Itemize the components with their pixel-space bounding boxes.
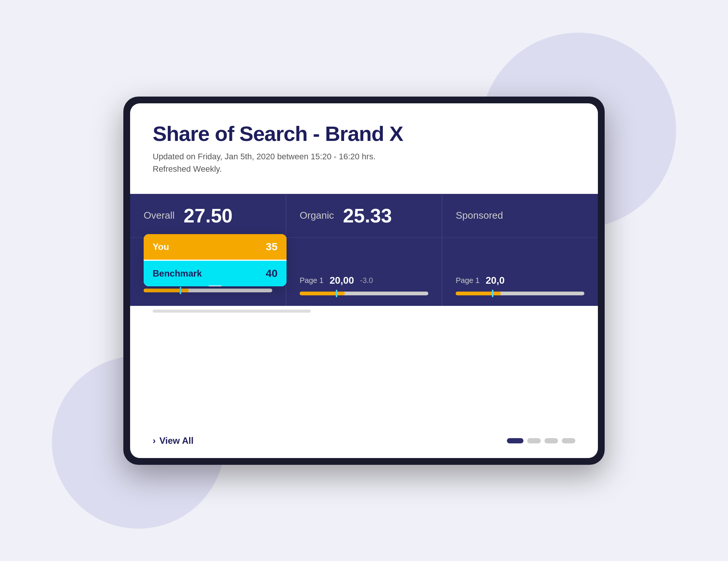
tooltip-benchmark-row: Benchmark 40	[144, 261, 287, 286]
progress-fill-organic	[300, 292, 345, 295]
progress-marker-organic	[336, 290, 337, 297]
background-scene: Share of Search - Brand X Updated on Fri…	[82, 55, 646, 506]
detail-sponsored-row: Page 1 20,0	[456, 275, 584, 286]
detail-overall: You 35 Benchmark 40 Page 1	[130, 238, 286, 306]
scrollbar-area	[130, 310, 598, 313]
page-subtitle: Updated on Friday, Jan 5th, 2020 between…	[153, 150, 575, 175]
page-title: Share of Search - Brand X	[153, 121, 575, 146]
pagination-dot-1[interactable]	[507, 438, 523, 443]
detail-sponsored-page-value: 20,0	[485, 275, 505, 286]
metrics-bar: Overall 27.50 Organic 25.33 Sponsored	[130, 194, 598, 237]
scrollbar-track[interactable]	[153, 310, 311, 313]
device-frame: Share of Search - Brand X Updated on Fri…	[123, 97, 605, 465]
metric-organic: Organic 25.33	[286, 194, 442, 237]
device-screen: Share of Search - Brand X Updated on Fri…	[130, 103, 598, 458]
tooltip-benchmark-label: Benchmark	[153, 268, 202, 279]
screen-footer: › View All	[130, 423, 598, 458]
detail-organic-page-value: 20,00	[329, 275, 354, 286]
progress-bar-sponsored	[456, 292, 584, 295]
tooltip-benchmark-value: 40	[266, 268, 278, 280]
spacer	[130, 313, 598, 423]
screen-header: Share of Search - Brand X Updated on Fri…	[130, 103, 598, 186]
metric-organic-value: 25.33	[343, 204, 392, 227]
progress-fill-overall	[144, 289, 189, 292]
tooltip-you-label: You	[153, 242, 169, 252]
metric-overall-label: Overall	[144, 210, 174, 221]
metric-sponsored: Sponsored	[442, 194, 598, 237]
detail-organic-page-label: Page 1	[300, 276, 323, 285]
progress-marker-overall	[180, 287, 181, 294]
detail-sponsored-page-label: Page 1	[456, 276, 479, 285]
metric-organic-label: Organic	[300, 210, 334, 221]
detail-sponsored: Page 1 20,0	[442, 238, 598, 306]
tooltip-arrow	[208, 286, 222, 286]
pagination-dots	[507, 438, 575, 443]
pagination-dot-3[interactable]	[544, 438, 558, 443]
detail-organic-row: Page 1 20,00 -3.0	[300, 275, 428, 286]
view-all-label: View All	[159, 435, 194, 446]
detail-organic-delta: -3.0	[360, 276, 373, 285]
pagination-dot-2[interactable]	[527, 438, 541, 443]
progress-bar-organic	[300, 292, 428, 295]
metric-overall: Overall 27.50	[130, 194, 286, 237]
view-all-button[interactable]: › View All	[153, 435, 194, 446]
progress-marker-sponsored	[492, 290, 493, 297]
metrics-detail-bar: You 35 Benchmark 40 Page 1	[130, 237, 598, 306]
detail-organic: Page 1 20,00 -3.0	[286, 238, 442, 306]
progress-fill-sponsored	[456, 292, 501, 295]
metric-sponsored-label: Sponsored	[456, 210, 503, 221]
metric-overall-value: 27.50	[184, 204, 232, 227]
progress-bar-overall	[144, 289, 272, 292]
chevron-right-icon: ›	[153, 435, 156, 446]
tooltip-popup: You 35 Benchmark 40	[144, 234, 287, 286]
tooltip-you-row: You 35	[144, 234, 287, 260]
tooltip-you-value: 35	[266, 241, 278, 253]
pagination-dot-4[interactable]	[562, 438, 575, 443]
